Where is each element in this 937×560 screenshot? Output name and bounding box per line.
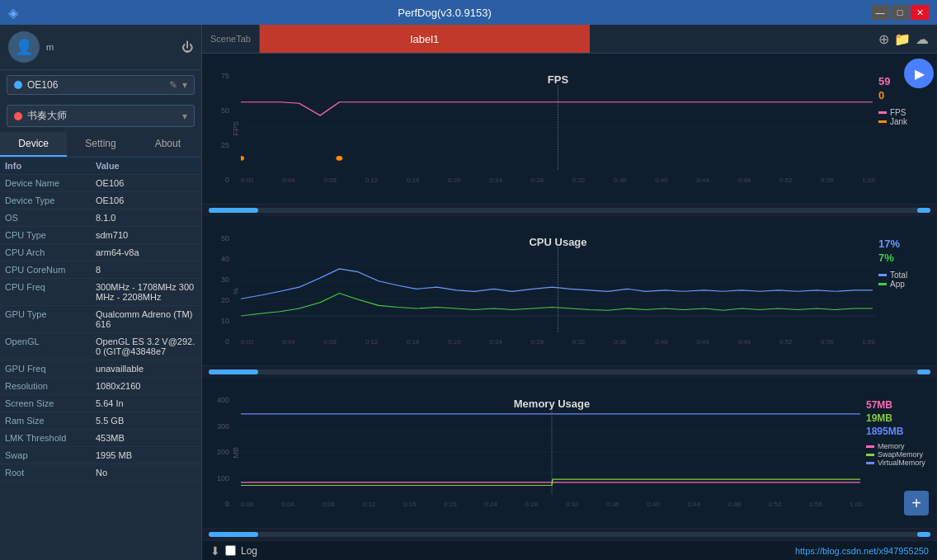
left-panel: 👤 m ⏻ OE106 ✎ ▾ 书奏大师 ▾ Device Setting Ab…	[0, 25, 202, 560]
memory-yaxis: 400 300 200 100 0	[202, 381, 231, 525]
row-key: Ram Size	[5, 416, 96, 426]
chevron-down-icon[interactable]: ▾	[182, 79, 187, 91]
window-title: PerfDog(v3.0.9153)	[18, 7, 871, 19]
memory-legend-val3: 1895MB	[866, 426, 903, 437]
info-table: Device NameOE106Device TypeOE106OS8.1.0C…	[0, 175, 201, 560]
app-selector[interactable]: 书奏大师 ▾	[7, 105, 195, 127]
folder-icon[interactable]: 📁	[894, 31, 911, 47]
edit-icon[interactable]: ✎	[169, 79, 177, 91]
power-icon[interactable]: ⏻	[181, 40, 193, 54]
bottom-left: ⬇ Log	[210, 544, 257, 558]
row-key: Device Type	[5, 195, 96, 205]
table-row: CPU Freq300MHz - 1708MHz 300MHz - 2208MH…	[0, 279, 201, 306]
memory-scrollbar-track[interactable]	[209, 532, 930, 537]
value-col-header: Value	[96, 161, 120, 171]
cpu-scrollbar-thumb-right[interactable]	[917, 369, 930, 374]
fps-scrollbar-track[interactable]	[209, 208, 930, 213]
cpu-scrollbar-track[interactable]	[209, 369, 930, 374]
row-value: 5.64 In	[96, 398, 124, 408]
table-row: GPU TypeQualcomm Adreno (TM) 616	[0, 306, 201, 333]
memory-legend-memory: Memory	[866, 442, 925, 450]
minimize-button[interactable]: —	[871, 5, 889, 20]
row-value: 300MHz - 1708MHz 300MHz - 2208MHz	[96, 282, 196, 302]
titlebar: ◈ PerfDog(v3.0.9153) — □ ✕	[0, 0, 937, 25]
row-key: GPU Type	[5, 309, 96, 329]
tab-setting[interactable]: Setting	[67, 132, 134, 157]
fps-scrollbar[interactable]	[202, 205, 937, 216]
row-value: 1080x2160	[96, 381, 140, 391]
device-dot	[14, 81, 22, 89]
tab-about[interactable]: About	[134, 132, 201, 157]
svg-point-7	[336, 156, 342, 161]
memory-svg	[241, 409, 863, 495]
info-col-header: Info	[5, 161, 96, 171]
scene-tab-label: SceneTab	[202, 25, 260, 53]
left-tabs: Device Setting About	[0, 132, 201, 158]
cpu-xaxis: 0:000:040:080:120:160:200:240:280:320:36…	[241, 338, 875, 346]
memory-color-dot	[866, 445, 874, 448]
play-icon: ▶	[915, 66, 925, 82]
table-row: GPU Frequnavaillable	[0, 360, 201, 378]
fps-plot: FPS	[241, 72, 875, 186]
fps-title: FPS	[548, 73, 568, 86]
app-color-dot	[878, 283, 887, 285]
cpu-chart: 50 40 30 20 10 0 % CPU Usage	[202, 216, 937, 367]
maximize-button[interactable]: □	[891, 5, 909, 20]
bottombar: ⬇ Log https://blog.csdn.net/x947955250	[202, 540, 937, 560]
memory-scrollbar-thumb-right[interactable]	[917, 532, 930, 537]
row-key: CPU CoreNum	[5, 265, 96, 275]
fps-yaxis-label: FPS	[231, 57, 241, 200]
memory-chart: 400 300 200 100 0 MB Memory Usage	[202, 378, 937, 529]
cpu-legend-val1: 17%	[878, 238, 900, 250]
memory-scrollbar[interactable]	[202, 529, 937, 540]
row-value: OE106	[96, 178, 124, 188]
right-panel: SceneTab label1 ⊕ 📁 ☁ ▶ 75 50 25 0	[202, 25, 937, 560]
cpu-legend-total: Total	[878, 271, 907, 280]
play-button[interactable]: ▶	[904, 59, 934, 88]
fps-scrollbar-thumb[interactable]	[209, 208, 258, 213]
table-row: CPU CoreNum8	[0, 261, 201, 279]
row-key: OS	[5, 213, 96, 223]
row-key: GPU Freq	[5, 364, 96, 374]
expand-icon[interactable]: ⬇	[210, 544, 220, 558]
row-value: OpenGL ES 3.2 V@292.0 (GIT@43848e7	[96, 336, 196, 356]
cpu-scrollbar-thumb[interactable]	[209, 369, 258, 374]
fps-yaxis: 75 50 25 0	[202, 57, 231, 200]
fps-legend-jank: Jank	[878, 117, 907, 126]
cpu-title: CPU Usage	[529, 236, 586, 248]
svg-point-6	[241, 156, 244, 161]
cpu-legend-val2: 7%	[878, 252, 894, 264]
scene-toolbar: ⊕ 📁 ☁	[870, 31, 937, 47]
log-checkbox[interactable]	[225, 545, 236, 556]
row-value: No	[96, 468, 107, 478]
cpu-yaxis-label: %	[231, 219, 241, 363]
row-value: 8.1.0	[96, 213, 115, 223]
row-value: sdm710	[96, 230, 128, 240]
url-link[interactable]: https://blog.csdn.net/x947955250	[795, 546, 929, 556]
device-name: OE106	[27, 79, 164, 91]
row-value: 1995 MB	[96, 450, 132, 460]
device-selector[interactable]: OE106 ✎ ▾	[7, 75, 195, 95]
charts-wrapper: ▶ 75 50 25 0 FPS FPS	[202, 54, 937, 540]
scene-active-tab[interactable]: label1	[260, 25, 590, 53]
table-row: Swap1995 MB	[0, 447, 201, 464]
add-chart-button[interactable]: +	[904, 491, 929, 515]
memory-legend-val2: 19MB	[866, 412, 892, 424]
fps-legend-val1: 59	[878, 75, 890, 87]
memory-title: Memory Usage	[514, 398, 590, 410]
app-chevron-down-icon[interactable]: ▾	[182, 111, 187, 122]
cloud-icon[interactable]: ☁	[916, 31, 929, 47]
cpu-scrollbar[interactable]	[202, 366, 937, 378]
row-value: 5.5 GB	[96, 416, 124, 426]
cpu-plot: CPU Usage	[241, 234, 875, 348]
row-value: 8	[96, 265, 101, 275]
tab-device[interactable]: Device	[0, 132, 67, 157]
table-row: Resolution1080x2160	[0, 378, 201, 395]
row-key: Resolution	[5, 381, 96, 391]
fps-svg	[241, 85, 875, 171]
memory-scrollbar-thumb[interactable]	[209, 532, 258, 537]
row-key: CPU Freq	[5, 282, 96, 302]
close-button[interactable]: ✕	[911, 5, 929, 20]
location-icon[interactable]: ⊕	[878, 31, 889, 47]
fps-scrollbar-thumb-right[interactable]	[917, 208, 930, 213]
